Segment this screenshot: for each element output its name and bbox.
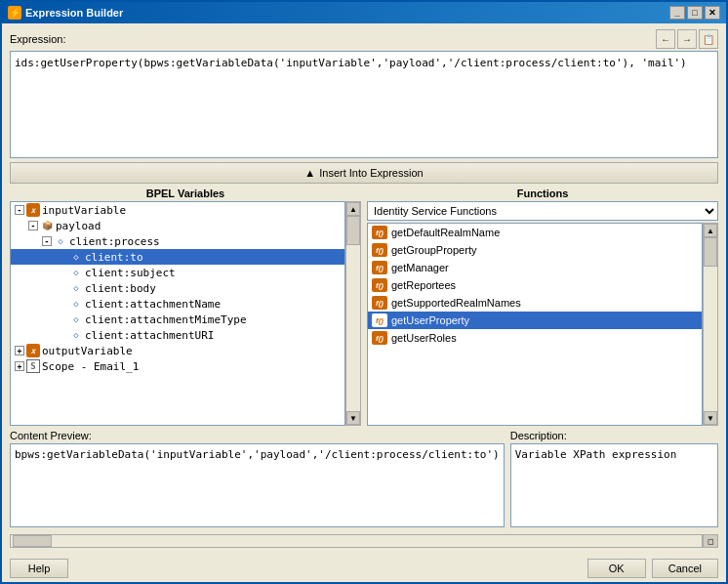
bpel-vscrollbar[interactable]: ▲ ▼ — [345, 201, 361, 426]
element-icon: ◇ — [69, 297, 83, 311]
expression-textarea[interactable]: ids:getUserProperty(bpws:getVariableData… — [10, 51, 718, 158]
tree-item-label: inputVariable — [42, 204, 126, 217]
func-scroll-thumb[interactable] — [704, 237, 717, 267]
function-label: getReportees — [391, 279, 456, 291]
function-list-item[interactable]: f()getGroupProperty — [368, 241, 702, 259]
expression-builder-window: ⚡ Expression Builder _ □ ✕ Expression: ←… — [0, 0, 728, 584]
scroll-corner: ◻ — [703, 534, 718, 548]
tree-item-label: client:attachmentMimeType — [85, 313, 247, 326]
tree-item-label: client:subject — [85, 267, 176, 279]
ok-button[interactable]: OK — [587, 559, 646, 578]
bpel-scroll-up[interactable]: ▲ — [346, 202, 360, 216]
functions-dropdown[interactable]: Identity Service FunctionsXPath Function… — [367, 201, 718, 221]
bpel-tree-item[interactable]: -◇client:process — [11, 233, 344, 249]
bpel-tree-item[interactable]: ◇client:subject — [11, 265, 344, 280]
hscrollbar-thumb[interactable] — [13, 535, 52, 547]
function-label: getUserRoles — [391, 332, 457, 344]
maximize-button[interactable]: □ — [687, 6, 703, 20]
bpel-variables-panel: BPEL Variables -xinputVariable-📦payload-… — [10, 188, 361, 426]
functions-panel: Functions Identity Service FunctionsXPat… — [367, 188, 718, 426]
bpel-panel-title: BPEL Variables — [10, 188, 361, 199]
element-icon: ◇ — [69, 313, 83, 326]
function-list-item[interactable]: f()getManager — [368, 259, 702, 276]
description-value: Variable XPath expression — [515, 448, 677, 461]
bpel-scroll-down[interactable]: ▼ — [346, 411, 360, 425]
functions-panel-title: Functions — [367, 188, 718, 199]
bpel-tree-item[interactable]: ◇client:body — [11, 280, 344, 296]
element-icon: ◇ — [54, 234, 67, 248]
forward-button[interactable]: → — [677, 29, 697, 49]
function-icon: f() — [372, 261, 387, 274]
function-list-item[interactable]: f()getDefaultRealmName — [368, 224, 702, 241]
bpel-tree-item[interactable]: +xoutputVariable — [11, 343, 344, 358]
insert-arrow-icon: ▲ — [304, 167, 315, 179]
bpel-tree-item[interactable]: ◇client:attachmentMimeType — [11, 312, 344, 327]
function-list-item[interactable]: f()getSupportedRealmNames — [368, 294, 702, 312]
function-icon: f() — [372, 278, 387, 292]
back-button[interactable]: ← — [656, 29, 675, 49]
function-label: getDefaultRealmName — [391, 227, 500, 238]
function-label: getGroupProperty — [391, 244, 476, 256]
payload-icon: 📦 — [40, 219, 54, 232]
expand-button[interactable]: + — [15, 346, 24, 355]
bpel-tree-item[interactable]: ◇client:to — [11, 249, 344, 265]
main-content: Expression: ← → 📋 ids:getUserProperty(bp… — [2, 23, 726, 555]
expression-label: Expression: — [10, 33, 65, 45]
insert-btn-row: ▲ Insert Into Expression — [10, 162, 718, 184]
func-vscrollbar[interactable]: ▲ ▼ — [703, 223, 718, 426]
content-preview-label: Content Preview: — [10, 430, 505, 441]
tree-item-label: payload — [56, 220, 101, 232]
func-scroll-up[interactable]: ▲ — [704, 224, 717, 237]
minimize-button[interactable]: _ — [669, 6, 685, 20]
element-icon: ◇ — [69, 281, 83, 295]
bpel-scroll-thumb[interactable] — [346, 216, 360, 245]
bpel-tree-item[interactable]: -📦payload — [11, 218, 344, 233]
bpel-tree-item[interactable]: ◇client:attachmentURI — [11, 327, 344, 343]
function-list-item[interactable]: f()getUserProperty — [368, 312, 702, 329]
tree-item-label: Scope - Email_1 — [42, 360, 139, 373]
content-preview-section: Content Preview: bpws:getVariableData('i… — [10, 430, 505, 527]
function-label: getSupportedRealmNames — [391, 297, 521, 309]
content-preview-area[interactable]: bpws:getVariableData('inputVariable','pa… — [10, 443, 505, 527]
tree-item-label: client:attachmentName — [85, 298, 221, 311]
scope-icon: S — [26, 359, 40, 373]
func-scroll-down[interactable]: ▼ — [704, 411, 717, 425]
horizontal-scrollbar[interactable] — [10, 534, 703, 548]
middle-panel: BPEL Variables -xinputVariable-📦payload-… — [10, 188, 718, 426]
title-bar: ⚡ Expression Builder _ □ ✕ — [2, 2, 726, 23]
function-icon: f() — [372, 226, 387, 239]
cancel-button[interactable]: Cancel — [652, 559, 718, 578]
function-label: getUserProperty — [391, 314, 469, 326]
tree-item-label: client:attachmentURI — [85, 329, 214, 342]
bpel-tree-item[interactable]: ◇client:attachmentName — [11, 296, 344, 312]
bottom-panel: Content Preview: bpws:getVariableData('i… — [10, 430, 718, 527]
title-controls: _ □ ✕ — [669, 6, 720, 20]
copy-button[interactable]: 📋 — [699, 29, 718, 49]
function-list-item[interactable]: f()getReportees — [368, 276, 702, 294]
horizontal-scrollbar-row: ◻ — [10, 533, 718, 549]
description-section: Description: Variable XPath expression — [510, 430, 718, 527]
expand-button[interactable]: + — [15, 361, 24, 371]
footer: Help OK Cancel — [2, 555, 726, 582]
tree-item-label: client:to — [85, 251, 143, 264]
tree-item-label: client:body — [85, 282, 156, 295]
tree-item-label: outputVariable — [42, 345, 133, 357]
description-area: Variable XPath expression — [510, 443, 718, 527]
bpel-tree-item[interactable]: +SScope - Email_1 — [11, 358, 344, 374]
bpel-tree[interactable]: -xinputVariable-📦payload-◇client:process… — [10, 201, 345, 426]
variable-icon: x — [26, 344, 40, 357]
expand-button[interactable]: - — [28, 221, 38, 230]
help-button[interactable]: Help — [10, 559, 68, 578]
window-title: Expression Builder — [25, 7, 666, 19]
function-icon: f() — [372, 313, 387, 327]
expand-button[interactable]: - — [42, 236, 52, 246]
window-icon: ⚡ — [8, 6, 21, 20]
functions-list[interactable]: f()getDefaultRealmNamef()getGroupPropert… — [367, 223, 703, 426]
bpel-tree-item[interactable]: -xinputVariable — [11, 202, 344, 218]
function-list-item[interactable]: f()getUserRoles — [368, 329, 702, 347]
content-preview-value: bpws:getVariableData('inputVariable','pa… — [15, 448, 500, 461]
insert-into-expression-button[interactable]: ▲ Insert Into Expression — [10, 162, 718, 184]
expand-button[interactable]: - — [15, 205, 24, 215]
close-button[interactable]: ✕ — [705, 6, 720, 20]
func-scroll-track — [704, 237, 717, 411]
